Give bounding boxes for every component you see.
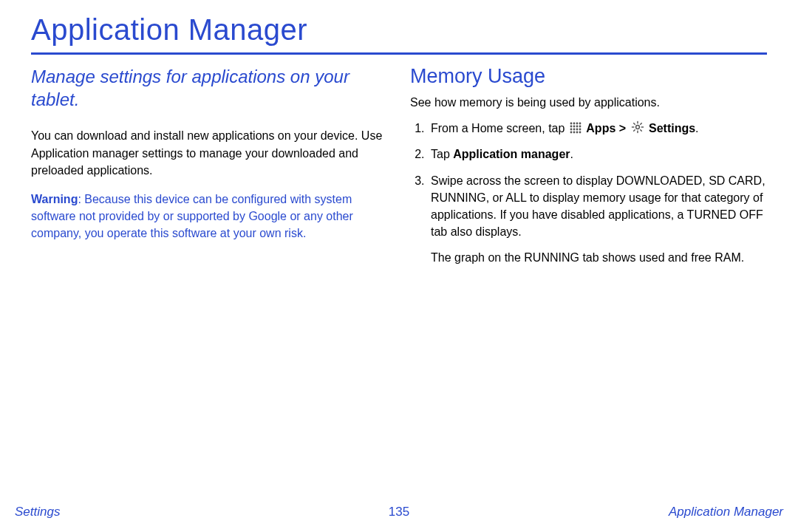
svg-point-0 (570, 123, 572, 125)
svg-point-8 (570, 129, 572, 131)
svg-point-4 (570, 126, 572, 128)
svg-point-14 (576, 132, 578, 134)
svg-point-7 (579, 126, 581, 128)
step1-prefix: From a Home screen, tap (431, 122, 568, 134)
page-footer: Settings 135 Application Manager (0, 502, 798, 522)
step1-settings-label: Settings (649, 122, 695, 134)
svg-point-12 (570, 132, 572, 134)
footer-left: Settings (15, 505, 60, 519)
svg-point-11 (579, 129, 581, 131)
step1-apps-label: Apps (586, 122, 615, 134)
svg-point-1 (573, 123, 575, 125)
footer-page-number: 135 (389, 505, 409, 519)
step-1: From a Home screen, tap Apps > Settings. (428, 120, 767, 137)
step-3: Swipe across the screen to display DOWNL… (428, 172, 767, 241)
svg-point-13 (573, 132, 575, 134)
steps-list: From a Home screen, tap Apps > Settings.… (410, 120, 767, 240)
left-column: Manage settings for applications on your… (31, 65, 388, 267)
page-subtitle: Manage settings for applications on your… (31, 65, 388, 111)
step-2: Tap Application manager. (428, 146, 767, 163)
footer-right: Application Manager (669, 505, 783, 519)
svg-point-9 (573, 129, 575, 131)
svg-point-3 (579, 123, 581, 125)
memory-usage-intro: See how memory is being used by applicat… (410, 94, 767, 111)
warning-paragraph: Warning: Because this device can be conf… (31, 191, 388, 242)
svg-point-16 (635, 126, 639, 129)
step2-bold: Application manager (453, 148, 570, 160)
svg-point-10 (576, 129, 578, 131)
step2-suffix: . (570, 148, 573, 160)
intro-paragraph: You can download and install new applica… (31, 127, 388, 179)
right-column: Memory Usage See how memory is being use… (410, 65, 767, 267)
step1-separator: > (615, 122, 629, 134)
warning-label: Warning (31, 193, 78, 205)
svg-point-15 (579, 132, 581, 134)
step1-suffix: . (695, 122, 698, 134)
svg-point-5 (573, 126, 575, 128)
memory-usage-heading: Memory Usage (410, 65, 767, 88)
warning-text: : Because this device can be configured … (31, 193, 353, 239)
svg-point-6 (576, 126, 578, 128)
step2-prefix: Tap (431, 148, 453, 160)
settings-gear-icon (631, 120, 644, 134)
content-columns: Manage settings for applications on your… (31, 65, 767, 267)
apps-grid-icon (570, 122, 582, 134)
after-list-paragraph: The graph on the RUNNING tab shows used … (431, 249, 767, 266)
page-title: Application Manager (31, 13, 767, 55)
svg-point-2 (576, 123, 578, 125)
